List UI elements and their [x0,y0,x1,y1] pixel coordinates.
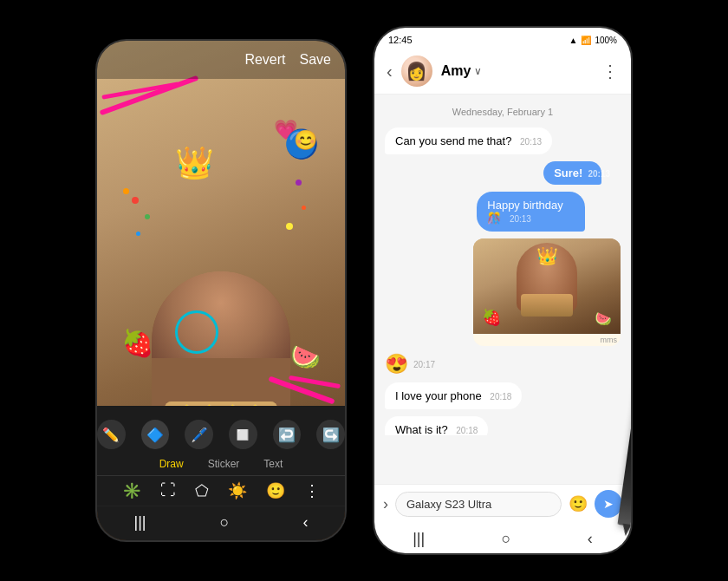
right-nav-menu[interactable]: ||| [413,530,425,548]
msg-time-love: 20:18 [490,392,511,401]
draw-label: Draw [159,458,184,470]
crop-icon[interactable]: ⛶ [160,481,176,500]
msg-text-1: Can you send me that? [395,134,511,147]
sent-inline-birthday: Happy birthday 🎊 20:13 [477,192,621,232]
more-icon[interactable]: ⋮ [304,481,320,500]
battery-icon: 100% [595,36,617,45]
redo-icon[interactable]: ↪️ [316,420,345,449]
crown-sticker: 👑 [175,145,214,181]
sticker-label: Sticker [208,458,240,470]
chat-body[interactable]: Wednesday, February 1 Can you send me th… [374,95,631,435]
strawberry-sticker: 🍓 [121,328,153,358]
tool-labels-row: Draw Sticker Text [97,454,345,475]
mms-watermelon-sticker: 🍉 [595,310,612,327]
left-bottom-toolbar: ✏️ 🔷 🖊️ ◻️ ↩️ ↪️ Draw Sticker Text ✳️ ⛶ … [97,406,345,540]
msg-sent-sure: Sure!20:13 [385,161,621,185]
left-phone: 👑 💗 🔵 😊 🕯️ 🕯️ 🕯️ [95,39,347,542]
revert-button[interactable]: Revert [244,52,285,68]
status-time: 12:45 [388,35,413,45]
mms-strawberry-sticker: 🍓 [482,308,501,327]
emoji-icon[interactable]: 🙂 [266,481,285,500]
shape-icon[interactable]: ⬠ [195,481,209,500]
msg-received-what: What is it? 20:18 [385,416,621,435]
sent-inline-sure: Sure!20:13 [543,161,621,185]
msg-text-what: What is it? [395,423,448,435]
msg-received-emoji: 😍 20:17 [385,353,621,375]
chat-input-bar: › Galaxy S23 Ultra 🙂 ➤ [374,484,631,523]
right-nav-bar: ||| ○ ‹ [374,523,631,553]
watermelon-sticker: 🍉 [290,343,321,371]
contact-avatar: 👩 [401,55,432,87]
right-phone: 12:45 ▲ 📶 100% ‹ 👩 Amy ∨ ⋮ Wednesday, Fe… [373,26,633,555]
chat-header: ‹ 👩 Amy ∨ ⋮ [374,49,631,95]
msg-text-love: I love your phone [395,389,482,402]
contact-name-wrap: Amy ∨ [441,63,483,79]
msg-time-sure: 20:13 [588,169,610,179]
msg-sent-birthday: Happy birthday 🎊 20:13 [385,192,621,232]
msg-received-love: I love your phone 20:18 [385,382,621,409]
msg-time-emoji: 20:17 [413,360,435,369]
teal-circle-deco [175,310,218,354]
left-nav-menu[interactable]: ||| [134,513,146,532]
status-bar: 12:45 ▲ 📶 100% [374,28,631,49]
more-options-icon[interactable]: ⋮ [601,61,619,82]
right-nav-home[interactable]: ○ [502,530,511,548]
sparkle-icon[interactable]: ✳️ [122,481,141,500]
expand-icon[interactable]: › [383,495,388,513]
msg-bubble-birthday: Happy birthday 🎊 20:13 [477,192,584,232]
msg-time-birthday: 20:13 [510,214,531,224]
mms-bubble: 👑 🍓 🍉 mms [473,238,621,346]
back-button[interactable]: ‹ [387,62,393,82]
tool-icons-row: ✏️ 🔷 🖊️ ◻️ ↩️ ↪️ [97,415,345,454]
msg-sent-mms: 👑 🍓 🍉 mms [385,238,621,346]
msg-time-what: 20:18 [456,426,478,435]
handwriting-area: Galaxy S23 Ultra [374,435,631,484]
left-nav-bar: ||| ○ ‹ [97,506,345,537]
mms-image: 👑 🍓 🍉 [473,238,621,334]
save-button[interactable]: Save [300,52,331,68]
msg-bubble-received-1: Can you send me that? 20:13 [385,127,552,154]
mms-label: mms [473,334,621,346]
mms-crown-sticker: 👑 [536,245,558,266]
pen-icon[interactable]: 🖊️ [185,420,213,449]
extra-tools-row: ✳️ ⛶ ⬠ ☀️ 🙂 ⋮ [97,475,345,506]
wifi-icon: ▲ [569,36,578,45]
draw-tool-icon[interactable]: ✏️ [97,420,126,449]
msg-bubble-what: What is it? 20:18 [385,416,488,435]
avatar-face: 👩 [401,55,432,87]
undo-icon[interactable]: ↩️ [273,420,302,449]
date-divider: Wednesday, February 1 [385,107,621,117]
msg-time-1: 20:13 [520,137,542,147]
chat-input[interactable]: Galaxy S23 Ultra [395,492,562,517]
msg-bubble-sure: Sure!20:13 [543,161,601,185]
contact-name[interactable]: Amy [441,63,471,79]
chevron-down-icon[interactable]: ∨ [474,65,482,77]
photo-editor-topbar: Revert Save [97,41,345,79]
text-label: Text [263,458,283,470]
left-nav-back[interactable]: ‹ [302,513,308,532]
emoji-face: 😍 [385,353,408,375]
photo-editor-screen: 👑 💗 🔵 😊 🕯️ 🕯️ 🕯️ [97,41,345,540]
msg-bubble-love: I love your phone 20:18 [385,382,522,409]
signal-icon: 📶 [581,36,591,45]
right-nav-back[interactable]: ‹ [588,530,593,548]
status-icons: ▲ 📶 100% [569,36,617,45]
send-icon: ➤ [603,497,614,511]
left-nav-home[interactable]: ○ [220,513,230,532]
msg-received-1: Can you send me that? 20:13 [385,127,621,154]
emoji-button[interactable]: 🙂 [569,494,588,513]
eraser-icon[interactable]: 🔷 [141,420,170,449]
eraser2-icon[interactable]: ◻️ [229,420,257,449]
brightness-icon[interactable]: ☀️ [228,481,247,500]
